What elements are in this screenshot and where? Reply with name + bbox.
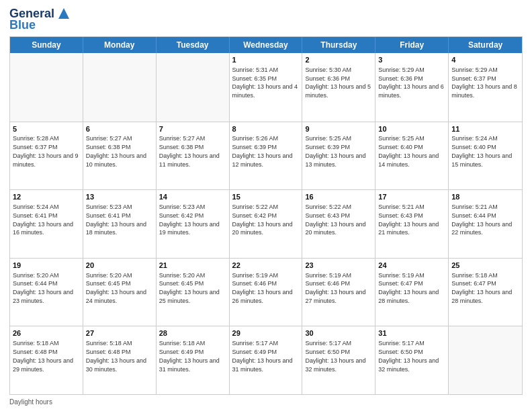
calendar-cell-5-2: 27Sunrise: 5:18 AMSunset: 6:48 PMDayligh…	[83, 326, 157, 394]
day-number: 16	[305, 192, 372, 202]
cell-info: Sunrise: 5:18 AMSunset: 6:48 PMDaylight:…	[86, 340, 146, 372]
calendar-cell-3-3: 14Sunrise: 5:23 AMSunset: 6:42 PMDayligh…	[157, 190, 230, 258]
logo-blue: Blue	[9, 18, 36, 32]
header-day-friday: Friday	[375, 37, 449, 53]
cell-info: Sunrise: 5:18 AMSunset: 6:48 PMDaylight:…	[13, 340, 73, 372]
header-day-monday: Monday	[83, 37, 157, 53]
cell-info: Sunrise: 5:17 AMSunset: 6:50 PMDaylight:…	[378, 340, 439, 372]
svg-marker-0	[58, 8, 69, 19]
day-number: 24	[378, 261, 445, 271]
cell-info: Sunrise: 5:19 AMSunset: 6:46 PMDaylight:…	[232, 272, 293, 304]
footer: Daylight hours	[9, 398, 523, 406]
calendar-cell-4-7: 25Sunrise: 5:18 AMSunset: 6:47 PMDayligh…	[449, 259, 522, 326]
cell-info: Sunrise: 5:19 AMSunset: 6:46 PMDaylight:…	[305, 272, 365, 304]
cell-info: Sunrise: 5:23 AMSunset: 6:42 PMDaylight:…	[159, 203, 220, 236]
day-number: 18	[451, 192, 519, 202]
day-number: 8	[232, 124, 300, 134]
calendar-cell-2-7: 11Sunrise: 5:24 AMSunset: 6:40 PMDayligh…	[449, 122, 522, 190]
day-number: 15	[232, 192, 300, 202]
calendar-cell-4-4: 22Sunrise: 5:19 AMSunset: 6:46 PMDayligh…	[230, 259, 303, 326]
cell-info: Sunrise: 5:31 AMSunset: 6:35 PMDaylight:…	[232, 66, 298, 99]
day-number: 25	[451, 261, 519, 271]
calendar-cell-4-6: 24Sunrise: 5:19 AMSunset: 6:47 PMDayligh…	[375, 259, 449, 326]
cell-info: Sunrise: 5:23 AMSunset: 6:41 PMDaylight:…	[86, 203, 146, 236]
calendar-cell-5-1: 26Sunrise: 5:18 AMSunset: 6:48 PMDayligh…	[10, 326, 83, 394]
cell-info: Sunrise: 5:20 AMSunset: 6:45 PMDaylight:…	[86, 272, 146, 304]
calendar-cell-4-1: 19Sunrise: 5:20 AMSunset: 6:44 PMDayligh…	[10, 259, 83, 326]
calendar-body: 1Sunrise: 5:31 AMSunset: 6:35 PMDaylight…	[10, 53, 522, 394]
cell-info: Sunrise: 5:21 AMSunset: 6:43 PMDaylight:…	[378, 203, 439, 236]
calendar: SundayMondayTuesdayWednesdayThursdayFrid…	[9, 36, 523, 395]
cell-info: Sunrise: 5:27 AMSunset: 6:38 PMDaylight:…	[159, 135, 220, 167]
calendar-cell-1-5: 2Sunrise: 5:30 AMSunset: 6:36 PMDaylight…	[302, 53, 375, 122]
calendar-cell-3-4: 15Sunrise: 5:22 AMSunset: 6:42 PMDayligh…	[230, 190, 303, 258]
calendar-cell-1-1	[10, 53, 83, 122]
cell-info: Sunrise: 5:20 AMSunset: 6:45 PMDaylight:…	[159, 272, 220, 304]
calendar-cell-4-3: 21Sunrise: 5:20 AMSunset: 6:45 PMDayligh…	[157, 259, 230, 326]
calendar-cell-1-4: 1Sunrise: 5:31 AMSunset: 6:35 PMDaylight…	[230, 53, 303, 122]
day-number: 2	[305, 55, 372, 65]
cell-info: Sunrise: 5:22 AMSunset: 6:42 PMDaylight:…	[232, 203, 293, 236]
day-number: 4	[451, 55, 519, 65]
calendar-cell-1-7: 4Sunrise: 5:29 AMSunset: 6:37 PMDaylight…	[449, 53, 522, 122]
cell-info: Sunrise: 5:24 AMSunset: 6:41 PMDaylight:…	[13, 203, 73, 236]
calendar-cell-2-3: 7Sunrise: 5:27 AMSunset: 6:38 PMDaylight…	[157, 122, 230, 190]
calendar-cell-3-6: 17Sunrise: 5:21 AMSunset: 6:43 PMDayligh…	[375, 190, 449, 258]
calendar-cell-5-5: 30Sunrise: 5:17 AMSunset: 6:50 PMDayligh…	[302, 326, 375, 394]
calendar-cell-2-5: 9Sunrise: 5:25 AMSunset: 6:39 PMDaylight…	[302, 122, 375, 190]
day-number: 22	[232, 261, 300, 271]
logo: General Blue	[9, 7, 72, 32]
calendar-cell-1-2	[83, 53, 157, 122]
cell-info: Sunrise: 5:29 AMSunset: 6:37 PMDaylight:…	[451, 66, 517, 99]
day-number: 21	[159, 261, 226, 271]
cell-info: Sunrise: 5:18 AMSunset: 6:47 PMDaylight:…	[451, 272, 512, 304]
calendar-cell-3-2: 13Sunrise: 5:23 AMSunset: 6:41 PMDayligh…	[83, 190, 157, 258]
day-number: 28	[159, 328, 226, 338]
header-day-tuesday: Tuesday	[157, 37, 230, 53]
cell-info: Sunrise: 5:30 AMSunset: 6:36 PMDaylight:…	[305, 66, 371, 99]
header-day-saturday: Saturday	[449, 37, 522, 53]
calendar-cell-4-2: 20Sunrise: 5:20 AMSunset: 6:45 PMDayligh…	[83, 259, 157, 326]
day-number: 11	[451, 124, 519, 134]
day-number: 14	[159, 192, 226, 202]
cell-info: Sunrise: 5:20 AMSunset: 6:44 PMDaylight:…	[13, 272, 73, 304]
logo-icon	[56, 5, 72, 20]
day-number: 26	[13, 328, 80, 338]
cell-info: Sunrise: 5:17 AMSunset: 6:49 PMDaylight:…	[232, 340, 293, 372]
day-number: 23	[305, 261, 372, 271]
day-number: 30	[305, 328, 372, 338]
cell-info: Sunrise: 5:19 AMSunset: 6:47 PMDaylight:…	[378, 272, 439, 304]
header-day-wednesday: Wednesday	[230, 37, 303, 53]
day-number: 19	[13, 261, 80, 271]
calendar-cell-3-7: 18Sunrise: 5:21 AMSunset: 6:44 PMDayligh…	[449, 190, 522, 258]
day-number: 3	[378, 55, 445, 65]
cell-info: Sunrise: 5:28 AMSunset: 6:37 PMDaylight:…	[13, 135, 79, 167]
calendar-cell-2-2: 6Sunrise: 5:27 AMSunset: 6:38 PMDaylight…	[83, 122, 157, 190]
day-number: 12	[13, 192, 80, 202]
day-number: 1	[232, 55, 300, 65]
cell-info: Sunrise: 5:27 AMSunset: 6:38 PMDaylight:…	[86, 135, 146, 167]
day-number: 20	[86, 261, 153, 271]
calendar-cell-1-3	[157, 53, 230, 122]
calendar-cell-2-1: 5Sunrise: 5:28 AMSunset: 6:37 PMDaylight…	[10, 122, 83, 190]
cell-info: Sunrise: 5:25 AMSunset: 6:40 PMDaylight:…	[378, 135, 439, 167]
calendar-cell-1-6: 3Sunrise: 5:29 AMSunset: 6:36 PMDaylight…	[375, 53, 449, 122]
day-number: 29	[232, 328, 300, 338]
cell-info: Sunrise: 5:18 AMSunset: 6:49 PMDaylight:…	[159, 340, 220, 372]
cell-info: Sunrise: 5:25 AMSunset: 6:39 PMDaylight:…	[305, 135, 365, 167]
header-day-thursday: Thursday	[302, 37, 375, 53]
page: General Blue SundayMondayTuesdayWednesda…	[0, 0, 532, 411]
calendar-cell-4-5: 23Sunrise: 5:19 AMSunset: 6:46 PMDayligh…	[302, 259, 375, 326]
day-number: 6	[86, 124, 153, 134]
calendar-cell-5-3: 28Sunrise: 5:18 AMSunset: 6:49 PMDayligh…	[157, 326, 230, 394]
cell-info: Sunrise: 5:24 AMSunset: 6:40 PMDaylight:…	[451, 135, 512, 167]
day-number: 5	[13, 124, 80, 134]
calendar-row-5: 26Sunrise: 5:18 AMSunset: 6:48 PMDayligh…	[10, 326, 522, 394]
calendar-cell-3-5: 16Sunrise: 5:22 AMSunset: 6:43 PMDayligh…	[302, 190, 375, 258]
day-number: 7	[159, 124, 226, 134]
cell-info: Sunrise: 5:29 AMSunset: 6:36 PMDaylight:…	[378, 66, 444, 99]
day-number: 27	[86, 328, 153, 338]
calendar-row-2: 5Sunrise: 5:28 AMSunset: 6:37 PMDaylight…	[10, 122, 522, 190]
header-day-sunday: Sunday	[10, 37, 83, 53]
calendar-cell-5-6: 31Sunrise: 5:17 AMSunset: 6:50 PMDayligh…	[375, 326, 449, 394]
